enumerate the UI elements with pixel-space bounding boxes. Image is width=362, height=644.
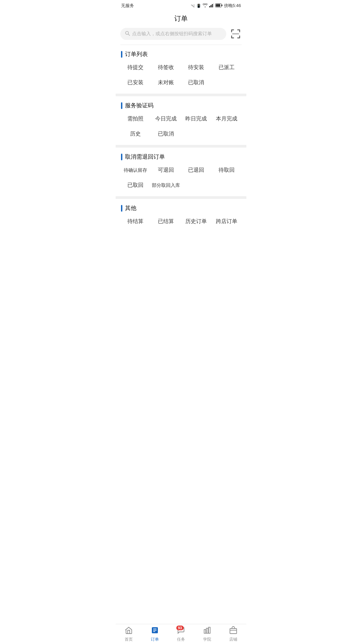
status-time: 傍晚5:46 bbox=[224, 3, 241, 9]
service-item-5[interactable]: 已取消 bbox=[152, 129, 181, 139]
svg-line-8 bbox=[128, 34, 130, 36]
section-bar-4 bbox=[121, 205, 122, 212]
svg-rect-5 bbox=[216, 4, 220, 7]
order-item-6[interactable]: 已取消 bbox=[182, 78, 211, 88]
cancel-item-1[interactable]: 可退回 bbox=[152, 165, 181, 175]
order-item-1[interactable]: 待签收 bbox=[152, 63, 181, 72]
section-bar bbox=[121, 51, 122, 58]
search-input-wrap[interactable]: 点击输入，或点右侧按钮扫码搜索订单 bbox=[120, 28, 226, 40]
cancel-item-4[interactable]: 已取回 bbox=[121, 180, 150, 190]
order-item-0[interactable]: 待提交 bbox=[121, 63, 150, 72]
page-title: 订单 bbox=[116, 10, 246, 28]
other-item-3[interactable]: 跨店订单 bbox=[212, 217, 241, 226]
signal-icon bbox=[209, 3, 214, 8]
svg-rect-0 bbox=[209, 6, 210, 7]
cancel-return-grid: 待确认留存 可退回 已退回 待取回 已取回 部分取回入库 bbox=[121, 165, 241, 196]
status-carrier: 无服务 bbox=[121, 3, 134, 9]
order-item-5[interactable]: 未对账 bbox=[152, 78, 181, 88]
search-placeholder: 点击输入，或点右侧按钮扫码搜索订单 bbox=[132, 31, 212, 37]
section-bar-2 bbox=[121, 102, 122, 109]
wifi-icon bbox=[202, 3, 208, 8]
svg-rect-2 bbox=[212, 4, 213, 7]
other-grid: 待结算 已结算 历史订单 跨店订单 bbox=[121, 217, 241, 232]
section-header-order-list: 订单列表 bbox=[121, 50, 241, 58]
service-item-1[interactable]: 今日完成 bbox=[152, 114, 181, 124]
section-header-cancel-return: 取消需退回订单 bbox=[121, 153, 241, 161]
cancel-item-3[interactable]: 待取回 bbox=[212, 165, 241, 175]
svg-rect-3 bbox=[213, 3, 214, 7]
section-title-order-list: 订单列表 bbox=[125, 50, 148, 58]
section-order-list: 订单列表 待提交 待签收 待安装 已派工 已安装 未对账 已取消 bbox=[116, 45, 246, 94]
section-bar-3 bbox=[121, 154, 122, 160]
service-item-2[interactable]: 昨日完成 bbox=[182, 114, 211, 124]
service-item-4[interactable]: 历史 bbox=[121, 129, 150, 139]
service-code-grid: 需拍照 今日完成 昨日完成 本月完成 历史 已取消 bbox=[121, 114, 241, 145]
section-service-code: 服务验证码 需拍照 今日完成 昨日完成 本月完成 历史 已取消 bbox=[116, 96, 246, 145]
scan-button[interactable] bbox=[230, 28, 242, 40]
divider-3 bbox=[116, 196, 246, 199]
svg-rect-6 bbox=[222, 5, 223, 6]
vibrate-icon: 📳 bbox=[196, 4, 201, 8]
order-item-4[interactable]: 已安装 bbox=[121, 78, 150, 88]
service-item-3[interactable]: 本月完成 bbox=[212, 114, 241, 124]
section-header-service-code: 服务验证码 bbox=[121, 102, 241, 109]
section-cancel-return: 取消需退回订单 待确认留存 可退回 已退回 待取回 已取回 部分取回入库 bbox=[116, 148, 246, 196]
status-right: ⌥ 📳 傍晚5:46 bbox=[191, 3, 241, 9]
other-item-2[interactable]: 历史订单 bbox=[182, 217, 211, 226]
divider-2 bbox=[116, 145, 246, 148]
bluetooth-icon: ⌥ bbox=[191, 4, 195, 8]
search-icon bbox=[125, 31, 130, 37]
content-scroll: 订单列表 待提交 待签收 待安装 已派工 已安装 未对账 已取消 服务验证码 需… bbox=[116, 45, 246, 273]
section-title-service-code: 服务验证码 bbox=[125, 102, 154, 109]
cancel-item-0[interactable]: 待确认留存 bbox=[121, 165, 150, 175]
other-item-0[interactable]: 待结算 bbox=[121, 217, 150, 226]
divider-1 bbox=[116, 94, 246, 96]
other-item-1[interactable]: 已结算 bbox=[152, 217, 181, 226]
search-bar: 点击输入，或点右侧按钮扫码搜索订单 bbox=[120, 28, 242, 45]
svg-point-7 bbox=[126, 32, 129, 35]
order-list-grid: 待提交 待签收 待安装 已派工 已安装 未对账 已取消 bbox=[121, 63, 241, 94]
order-item-2[interactable]: 待安装 bbox=[182, 63, 211, 72]
section-header-other: 其他 bbox=[121, 204, 241, 212]
order-item-3[interactable]: 已派工 bbox=[212, 63, 241, 72]
cancel-item-5[interactable]: 部分取回入库 bbox=[152, 180, 181, 190]
section-title-cancel-return: 取消需退回订单 bbox=[125, 153, 165, 161]
section-other: 其他 待结算 已结算 历史订单 跨店订单 bbox=[116, 199, 246, 232]
svg-rect-1 bbox=[210, 5, 212, 7]
status-bar: 无服务 ⌥ 📳 傍晚5:46 bbox=[116, 0, 246, 10]
battery-icon bbox=[215, 3, 223, 8]
section-title-other: 其他 bbox=[125, 204, 136, 212]
cancel-item-2[interactable]: 已退回 bbox=[182, 165, 211, 175]
service-item-0[interactable]: 需拍照 bbox=[121, 114, 150, 124]
